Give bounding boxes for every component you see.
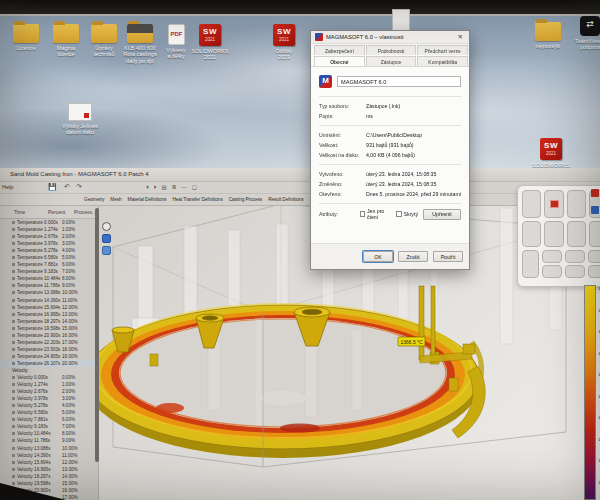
save-icon[interactable]: 💾 <box>48 183 57 191</box>
result-row[interactable]: Velocity 7.881s6.00% <box>0 416 98 423</box>
checkbox-box[interactable] <box>396 211 402 217</box>
tab-geometry[interactable]: Geometry <box>84 197 104 202</box>
dialog-tab-zabezpečení[interactable]: Zabezpečení <box>314 45 365 55</box>
dock-control-icon[interactable]: ≣ <box>172 184 177 191</box>
result-row[interactable]: Temperature 3.978s3.00% <box>0 240 98 247</box>
result-row[interactable]: Velocity 11.786s9.00% <box>0 437 98 444</box>
tab-result-definitions[interactable]: Result Definitions <box>268 197 304 202</box>
result-row[interactable]: Temperature 10.484s8.00% <box>0 275 98 282</box>
desktop-icon-sw-2[interactable]: SW2021Odlitky 2021 <box>262 24 306 61</box>
menu-help[interactable]: Help <box>2 184 13 190</box>
desktop-icon-teamviewer[interactable]: ⇄TeamViewer podpora <box>568 16 600 51</box>
dialog-tab-kompatibilita[interactable]: Kompatibilita <box>417 56 468 66</box>
checkbox-jen-pro-čtení[interactable]: Jen pro čtení <box>360 208 389 220</box>
desktop-icon-sw-1[interactable]: SW2021SOLIDWORKS 2021 <box>188 24 232 61</box>
result-row[interactable]: Temperature 14.390s11.00% <box>0 297 98 304</box>
dock-control-icon[interactable]: ⏵ <box>154 184 157 191</box>
orientation-icon[interactable] <box>102 222 111 231</box>
result-row[interactable]: Velocity 19.598s15.00% <box>0 480 98 487</box>
result-row[interactable]: Temperature 23.503s18.00% <box>0 346 98 353</box>
panel-red-icon[interactable] <box>591 189 599 197</box>
dock-control-icon[interactable]: ⏴ <box>146 184 149 191</box>
result-row[interactable]: Temperature 15.694s12.00% <box>0 304 98 311</box>
view-button[interactable] <box>588 265 600 278</box>
checkbox-box[interactable] <box>360 211 365 217</box>
view-button[interactable] <box>589 221 600 247</box>
result-row[interactable]: Velocity 13.088s10.00% <box>0 445 98 452</box>
result-row[interactable]: Temperature 9.183s7.00% <box>0 268 98 275</box>
view-button[interactable] <box>522 221 541 247</box>
result-row[interactable]: Velocity 6.580s5.00% <box>0 409 98 416</box>
cancel-button[interactable]: Zrušit <box>398 251 428 262</box>
result-row[interactable]: Temperature 18.297s14.00% <box>0 318 98 325</box>
dock-control-icon[interactable]: — <box>181 184 187 191</box>
view-button[interactable] <box>522 250 539 278</box>
result-row[interactable]: Temperature 24.805s19.00% <box>0 353 98 360</box>
ok-button[interactable]: OK <box>363 251 393 262</box>
result-row[interactable]: Velocity 0.000s0.00% <box>0 374 98 381</box>
result-row[interactable]: Velocity 9.183s7.00% <box>0 423 98 430</box>
view-button[interactable] <box>567 221 586 247</box>
result-row[interactable]: Velocity <box>0 367 98 374</box>
result-row[interactable]: Temperature 1.274s1.00% <box>0 226 98 233</box>
column-time[interactable]: Time <box>14 209 48 215</box>
column-percent[interactable]: Percent <box>48 209 74 215</box>
dock-control-icon[interactable]: ▢ <box>192 184 197 191</box>
result-row[interactable]: Velocity 18.297s14.00% <box>0 473 98 480</box>
result-row[interactable]: Temperature 16.995s13.00% <box>0 311 98 318</box>
view-button[interactable] <box>522 190 541 218</box>
result-row[interactable]: Temperature 22.203s17.00% <box>0 339 98 346</box>
result-row[interactable]: Velocity 1.274s1.00% <box>0 381 98 388</box>
dialog-titlebar[interactable]: MAGMASOFT 6.0 – vlastnosti ✕ <box>311 31 469 44</box>
view-button[interactable] <box>565 250 585 263</box>
undo-icon[interactable]: ↶ <box>64 183 70 191</box>
tab-material-definitions[interactable]: Material Definitions <box>128 197 167 202</box>
file-name-field[interactable]: MAGMASOFT 6.0 <box>337 76 461 87</box>
result-row[interactable]: Velocity 5.278s4.00% <box>0 402 98 409</box>
result-row[interactable]: Temperature 6.580s5.00% <box>0 254 98 261</box>
result-row[interactable]: Velocity 3.978s3.00% <box>0 395 98 402</box>
dialog-tab-zástupce[interactable]: Zástupce <box>366 56 417 66</box>
result-row[interactable]: Temperature 5.278s4.00% <box>0 247 98 254</box>
tab-casting-process[interactable]: Casting Process <box>229 197 262 202</box>
view-button[interactable] <box>542 265 562 278</box>
apply-button[interactable]: Použít <box>433 251 463 262</box>
close-icon[interactable]: ✕ <box>456 33 465 41</box>
checkbox-skrytý[interactable]: Skrytý <box>396 208 418 220</box>
view-button[interactable] <box>544 221 563 247</box>
desktop-icon-1[interactable]: Licence <box>4 24 48 51</box>
tab-heat-transfer-definitions[interactable]: Heat Transfer Definitions <box>172 197 222 202</box>
view-button-magma[interactable] <box>544 190 563 218</box>
result-row[interactable]: Velocity 10.484s8.00% <box>0 430 98 437</box>
result-row[interactable]: Temperature 20.900s16.00% <box>0 332 98 339</box>
dialog-tab-podrobnosti[interactable]: Podrobnosti <box>366 45 417 55</box>
desktop-icon-doc[interactable]: Výlisky Jelínek datum tisku <box>58 103 102 136</box>
redo-icon[interactable]: ↷ <box>76 183 82 191</box>
panel-blue-icon[interactable] <box>591 206 599 214</box>
result-row[interactable]: Temperature 26.107s20.00% <box>0 360 98 367</box>
view-button[interactable] <box>565 265 585 278</box>
view-cube-icon[interactable] <box>102 234 111 243</box>
view-button[interactable] <box>542 250 562 263</box>
result-row[interactable]: Temperature 7.881s6.00% <box>0 261 98 268</box>
result-row[interactable]: Velocity 16.995s13.00% <box>0 466 98 473</box>
result-row[interactable]: Velocity 15.694s12.00% <box>0 459 98 466</box>
desktop-icon-folder-right[interactable]: nejnovější <box>526 22 570 49</box>
result-row[interactable]: Temperature 2.676s2.00% <box>0 233 98 240</box>
app-titlebar[interactable]: Sand Mold Casting Iron - MAGMASOFT 6.0 P… <box>0 168 600 182</box>
result-row[interactable]: Velocity 14.390s11.00% <box>0 452 98 459</box>
result-row[interactable]: Temperature 0.000s0.00% <box>0 219 98 226</box>
advanced-button[interactable]: Upřesnit <box>423 209 461 220</box>
view-cube-alt-icon[interactable] <box>102 246 111 255</box>
view-button[interactable] <box>588 250 600 263</box>
dock-control-icon[interactable]: ▤ <box>162 184 167 191</box>
result-row[interactable]: Temperature 13.088s10.00% <box>0 289 98 296</box>
result-row[interactable]: Velocity 2.676s2.00% <box>0 388 98 395</box>
tab-mesh[interactable]: Mesh <box>110 197 121 202</box>
dialog-tab-obecné[interactable]: Obecné <box>314 56 365 66</box>
view-button[interactable] <box>567 190 586 218</box>
result-row[interactable]: Temperature 19.598s15.00% <box>0 325 98 332</box>
document-icon[interactable] <box>392 9 410 31</box>
result-row[interactable]: Temperature 11.786s9.00% <box>0 282 98 289</box>
dialog-tab-předchozí verze[interactable]: Předchozí verze <box>417 45 468 55</box>
